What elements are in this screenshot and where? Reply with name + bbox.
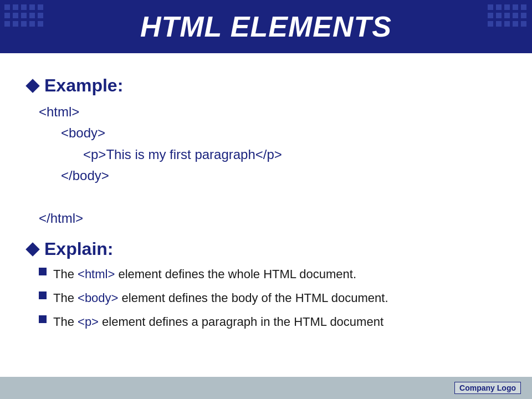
example-section-header: Example: — [28, 75, 504, 96]
code-inline-html: <html> — [78, 267, 115, 281]
square-bullet-2 — [39, 291, 47, 299]
slide-title: HTML ELEMENTS — [140, 10, 392, 43]
company-logo: Company Logo — [454, 382, 521, 394]
explain-item-3: The <p> element defines a paragraph in t… — [39, 313, 504, 331]
code-line-html-close: </html> — [39, 208, 504, 229]
explain-text-1: The <html> element defines the whole HTM… — [53, 265, 504, 283]
explain-text-2: The <body> element defines the body of t… — [53, 289, 504, 307]
explain-item-2: The <body> element defines the body of t… — [39, 289, 504, 307]
code-line-body-open: <body> — [61, 122, 504, 144]
code-line-html-open: <html> — [39, 101, 504, 122]
slide: HTML ELEMENTS Example: <html> <body> <p>… — [0, 0, 532, 399]
explain-item-1: The <html> element defines the whole HTM… — [39, 265, 504, 283]
decorative-dots-right — [488, 4, 528, 28]
code-line-body-close: </body> — [61, 165, 504, 186]
code-block: <html> <body> <p>This is my first paragr… — [39, 101, 504, 229]
code-inline-p: <p> — [78, 315, 99, 329]
footer: Company Logo — [0, 377, 532, 399]
diamond-bullet-explain — [25, 242, 39, 256]
main-content: Example: <html> <body> <p>This is my fir… — [0, 53, 532, 377]
code-line-spacer — [39, 187, 504, 208]
explain-text-3: The <p> element defines a paragraph in t… — [53, 313, 504, 331]
explain-section-title: Explain: — [44, 239, 113, 259]
decorative-dots-left — [4, 4, 44, 28]
top-bar: HTML ELEMENTS — [0, 0, 532, 53]
code-inline-body: <body> — [78, 291, 118, 305]
square-bullet-1 — [39, 268, 47, 275]
square-bullet-3 — [39, 315, 47, 323]
example-section-title: Example: — [44, 75, 123, 96]
explain-section-header: Explain: — [28, 239, 504, 259]
diamond-bullet-example — [25, 79, 39, 93]
code-line-p: <p>This is my first paragraph</p> — [83, 144, 504, 165]
explain-list: The <html> element defines the whole HTM… — [39, 265, 504, 331]
